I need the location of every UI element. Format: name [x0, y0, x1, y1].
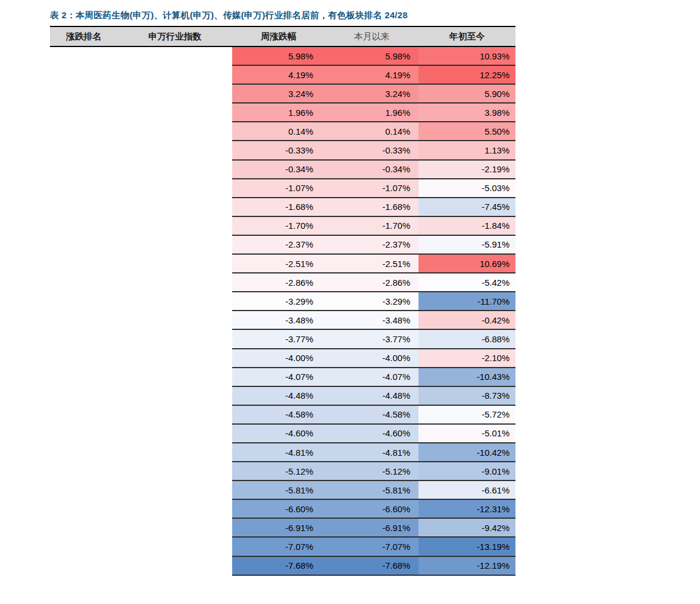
- month-to-date-cell: -2.86%: [325, 273, 418, 292]
- week-change-cell: -4.48%: [232, 386, 325, 405]
- industry-cell: [118, 349, 232, 368]
- rank-cell: [50, 122, 118, 141]
- year-to-date-cell: -2.10%: [418, 349, 515, 368]
- year-to-date-cell: 10.69%: [418, 254, 515, 273]
- week-change-cell: -5.12%: [232, 462, 325, 480]
- table-row: -0.34%-0.34%-2.19%: [50, 160, 515, 179]
- table-row: -7.07%-7.07%-13.19%: [50, 537, 515, 556]
- table-row: -2.51%-2.51%10.69%: [50, 254, 515, 273]
- month-to-date-cell: -1.68%: [325, 198, 418, 216]
- year-to-date-cell: 3.98%: [418, 103, 515, 122]
- week-change-cell: 3.24%: [232, 84, 325, 103]
- rank-cell: [50, 556, 118, 575]
- rank-cell: [50, 424, 118, 443]
- week-change-cell: -4.81%: [232, 443, 325, 462]
- industry-cell: [118, 462, 232, 480]
- week-change-cell: -4.60%: [232, 424, 325, 443]
- year-to-date-cell: -5.01%: [418, 424, 515, 443]
- week-change-cell: -4.07%: [232, 368, 325, 386]
- industry-cell: [118, 480, 232, 499]
- rank-cell: [50, 65, 118, 84]
- table-row: -0.33%-0.33%1.13%: [50, 141, 515, 159]
- month-to-date-cell: -3.48%: [325, 311, 418, 329]
- rank-cell: [50, 46, 118, 65]
- week-change-cell: -1.07%: [232, 179, 325, 198]
- year-to-date-cell: -13.19%: [418, 537, 515, 556]
- rank-cell: [50, 292, 118, 311]
- month-to-date-cell: -4.81%: [325, 443, 418, 462]
- industry-cell: [118, 122, 232, 141]
- year-to-date-cell: -10.42%: [418, 443, 515, 462]
- rank-cell: [50, 84, 118, 103]
- week-change-cell: -0.33%: [232, 141, 325, 159]
- industry-cell: [118, 443, 232, 462]
- industry-cell: [118, 537, 232, 556]
- rank-cell: [50, 311, 118, 329]
- year-to-date-cell: -6.61%: [418, 480, 515, 499]
- week-change-cell: 0.14%: [232, 122, 325, 141]
- week-change-cell: -6.60%: [232, 499, 325, 518]
- table-row: -1.70%-1.70%-1.84%: [50, 216, 515, 235]
- week-change-cell: 4.19%: [232, 65, 325, 84]
- rank-cell: [50, 443, 118, 462]
- table-row: -3.48%-3.48%-0.42%: [50, 311, 515, 329]
- week-change-cell: -7.07%: [232, 537, 325, 556]
- year-to-date-cell: -5.03%: [418, 179, 515, 198]
- year-to-date-cell: -5.91%: [418, 235, 515, 254]
- table-row: -5.81%-5.81%-6.61%: [50, 480, 515, 499]
- year-to-date-cell: -8.73%: [418, 386, 515, 405]
- year-to-date-cell: -12.31%: [418, 499, 515, 518]
- table-body: 5.98%5.98%10.93%4.19%4.19%12.25%3.24%3.2…: [50, 46, 515, 575]
- table-row: 1.96%1.96%3.98%: [50, 103, 515, 122]
- year-to-date-cell: -0.42%: [418, 311, 515, 329]
- rank-cell: [50, 499, 118, 518]
- week-change-cell: -3.77%: [232, 329, 325, 348]
- year-to-date-cell: -9.42%: [418, 518, 515, 537]
- month-to-date-cell: -6.91%: [325, 518, 418, 537]
- week-change-cell: -2.37%: [232, 235, 325, 254]
- week-change-cell: 5.98%: [232, 46, 325, 65]
- week-change-cell: -2.86%: [232, 273, 325, 292]
- month-to-date-cell: -7.68%: [325, 556, 418, 575]
- header-week-change: 周涨跌幅: [232, 26, 325, 46]
- table-row: -3.29%-3.29%-11.70%: [50, 292, 515, 311]
- rank-cell: [50, 273, 118, 292]
- header-year-to-date: 年初至今: [418, 26, 515, 46]
- industry-rank-table: 涨跌排名 申万行业指数 周涨跌幅 本月以来 年初至今 5.98%5.98%10.…: [50, 26, 515, 576]
- industry-cell: [118, 292, 232, 311]
- year-to-date-cell: -7.45%: [418, 198, 515, 216]
- table-row: -4.60%-4.60%-5.01%: [50, 424, 515, 443]
- table-row: -7.68%-7.68%-12.19%: [50, 556, 515, 575]
- industry-cell: [118, 556, 232, 575]
- industry-cell: [118, 179, 232, 198]
- week-change-cell: -4.00%: [232, 349, 325, 368]
- rank-cell: [50, 103, 118, 122]
- rank-cell: [50, 518, 118, 537]
- table-row: -2.37%-2.37%-5.91%: [50, 235, 515, 254]
- year-to-date-cell: -5.72%: [418, 405, 515, 424]
- rank-cell: [50, 386, 118, 405]
- industry-cell: [118, 216, 232, 235]
- header-month-to-date: 本月以来: [325, 26, 418, 46]
- industry-cell: [118, 160, 232, 179]
- year-to-date-cell: 12.25%: [418, 65, 515, 84]
- table-caption: 表 2：本周医药生物(申万)、计算机(申万)、传媒(申万)行业排名居前，有色板块…: [50, 10, 408, 21]
- rank-cell: [50, 368, 118, 386]
- rank-cell: [50, 179, 118, 198]
- header-industry-index: 申万行业指数: [118, 26, 232, 46]
- rank-cell: [50, 462, 118, 480]
- week-change-cell: -4.58%: [232, 405, 325, 424]
- industry-cell: [118, 329, 232, 348]
- rank-cell: [50, 537, 118, 556]
- year-to-date-cell: -2.19%: [418, 160, 515, 179]
- table-row: -1.68%-1.68%-7.45%: [50, 198, 515, 216]
- year-to-date-cell: -1.84%: [418, 216, 515, 235]
- month-to-date-cell: -0.33%: [325, 141, 418, 159]
- industry-cell: [118, 141, 232, 159]
- month-to-date-cell: -4.48%: [325, 386, 418, 405]
- year-to-date-cell: -11.70%: [418, 292, 515, 311]
- week-change-cell: 1.96%: [232, 103, 325, 122]
- month-to-date-cell: -4.60%: [325, 424, 418, 443]
- month-to-date-cell: -2.37%: [325, 235, 418, 254]
- industry-cell: [118, 198, 232, 216]
